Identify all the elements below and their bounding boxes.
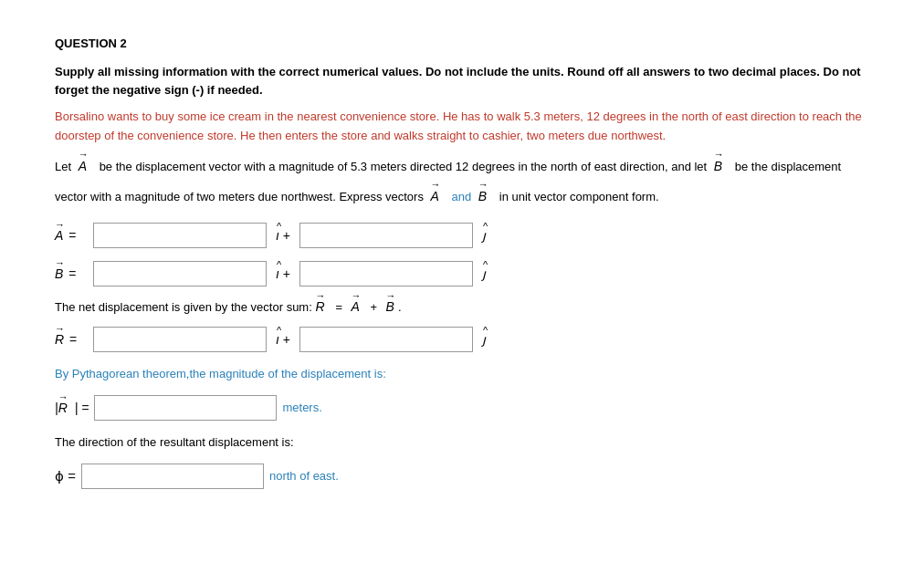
direction-input[interactable] xyxy=(81,464,264,489)
vector-b-j-input[interactable] xyxy=(299,261,473,286)
a-j-hat: ȷ xyxy=(482,228,486,243)
magnitude-row: |R| = meters. xyxy=(55,395,869,421)
vector-a-label: A = xyxy=(55,228,88,243)
math-description-2: vector with a magnitude of two meters du… xyxy=(55,185,869,208)
vector-a-i-input[interactable] xyxy=(93,223,267,248)
pythagorean-text: By Pythagorean theorem,the magnitude of … xyxy=(55,365,869,384)
magnitude-input[interactable] xyxy=(94,395,277,421)
vector-r-i-input[interactable] xyxy=(93,327,267,352)
vector-r-row: R = ı + ȷ xyxy=(55,327,869,352)
r-j-hat: ȷ xyxy=(482,332,486,347)
vector-b-row: B = ı + ȷ xyxy=(55,261,869,286)
vector-a-j-input[interactable] xyxy=(299,223,473,248)
north-of-east-label: north of east. xyxy=(269,469,339,483)
instruction-text: Supply all missing information with the … xyxy=(55,63,869,99)
b-i-hat: ı + xyxy=(276,266,290,281)
vector-r-label: R = xyxy=(55,332,88,347)
math-description: Let A be the displacement vector with a … xyxy=(55,155,869,178)
vector-a-row: A = ı + ȷ xyxy=(55,223,869,248)
net-text: The net displacement is given by the vec… xyxy=(55,299,869,314)
a-i-hat: ı + xyxy=(276,228,290,243)
question-label: QUESTION 2 xyxy=(55,36,869,50)
vector-r-j-input[interactable] xyxy=(299,327,473,352)
direction-row: ϕ = north of east. xyxy=(55,464,869,489)
meters-label: meters. xyxy=(282,401,321,414)
magnitude-label: |R| = xyxy=(55,401,89,415)
story-text: Borsalino wants to buy some ice cream in… xyxy=(55,108,869,146)
direction-text: The direction of the resultant displacem… xyxy=(55,433,869,453)
r-i-hat: ı + xyxy=(276,332,290,347)
b-j-hat: ȷ xyxy=(482,266,486,281)
vector-b-label: B = xyxy=(55,266,88,281)
phi-label: ϕ = xyxy=(55,468,76,484)
vector-b-i-input[interactable] xyxy=(93,261,267,286)
